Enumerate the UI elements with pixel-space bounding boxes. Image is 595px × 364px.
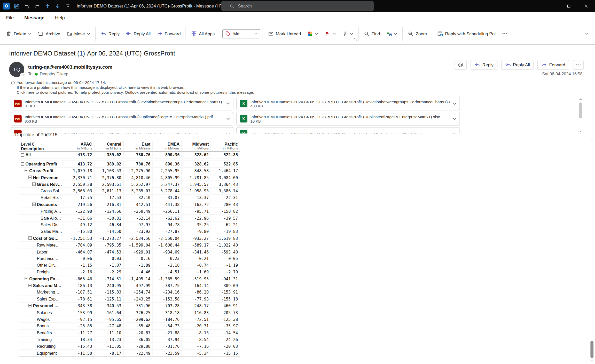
value-cell: 2,275.90	[123, 168, 152, 174]
dialog-launcher-button[interactable]	[354, 36, 357, 42]
row-label-cell: Recruiting	[19, 343, 65, 350]
forward-button[interactable]: Forward	[537, 60, 569, 70]
find-button[interactable]: Find	[361, 28, 383, 40]
search-input[interactable]	[238, 4, 352, 9]
undo-button[interactable]	[24, 3, 30, 9]
me-filter-combobox[interactable]: Me	[222, 29, 260, 38]
scroll-up-icon[interactable]	[579, 98, 582, 101]
archive-button[interactable]: Archive	[35, 28, 63, 40]
value-cell: -23.59	[152, 350, 182, 356]
value-cell: -22.96	[182, 215, 211, 221]
menu-file[interactable]: File	[6, 15, 14, 21]
value-cell: -23.92	[123, 228, 152, 235]
collapse-icon[interactable]	[25, 169, 28, 172]
table-row: Pricing A…-122.98-124.66-258.49-256.11-9…	[19, 208, 240, 215]
attachment-card[interactable]: XInforiverDEMODataset1-2024-04-06_11-27-…	[236, 127, 460, 133]
collapse-icon[interactable]	[28, 304, 32, 307]
sender-email[interactable]: turing-qa@em4003.mobilitysys.com	[28, 64, 112, 70]
trash-icon	[6, 31, 12, 37]
collapse-icon[interactable]	[25, 277, 28, 280]
value-cell: -460.91	[211, 303, 240, 309]
move-up-button[interactable]	[44, 3, 51, 9]
search-box[interactable]	[221, 1, 374, 11]
scheduling-poll-icon	[437, 31, 443, 37]
attachment-card[interactable]: PDFInforiverDEMODataset1-2024-04-06_11-2…	[11, 97, 233, 110]
more-actions-button[interactable]	[573, 60, 584, 70]
value-cell: -94.78	[152, 221, 182, 228]
chevron-down-icon	[28, 33, 32, 35]
collapse-icon[interactable]	[28, 236, 32, 240]
redo-button[interactable]	[34, 3, 41, 9]
info-download-pictures[interactable]: Click here to download pictures. To help…	[11, 90, 254, 95]
row-label-cell: Cost of Go…	[19, 235, 65, 241]
mark-unread-button[interactable]: Mark Unread	[265, 28, 304, 40]
attachment-card[interactable]: PDFInforiverDEMODataset1-2024-04-06_11-2…	[11, 112, 233, 125]
chevron-down-icon[interactable]	[453, 102, 457, 105]
scroll-up-icon[interactable]	[590, 137, 593, 140]
chevron-down-icon[interactable]	[453, 118, 457, 120]
me-label: Me	[233, 31, 239, 36]
reply-all-button[interactable]: Reply All	[123, 28, 153, 40]
close-button[interactable]	[577, 0, 595, 12]
chevron-down-icon[interactable]	[226, 118, 230, 120]
save-button[interactable]	[13, 3, 20, 9]
scrollbar-thumb[interactable]	[579, 102, 582, 118]
value-cell: 1,464.17	[211, 168, 240, 174]
value-cell: -11.10	[94, 329, 123, 336]
value-cell: -795.35	[94, 242, 123, 248]
translate-button[interactable]	[383, 28, 400, 40]
scroll-down-icon[interactable]	[579, 130, 582, 133]
main-scrollbar[interactable]	[589, 135, 595, 364]
reply-button[interactable]: Reply	[98, 28, 122, 40]
collapse-icon[interactable]	[21, 162, 24, 165]
collapse-icon[interactable]	[32, 203, 36, 206]
zoom-button[interactable]: Zoom	[405, 28, 430, 40]
info-view-in-browser[interactable]: If there are problems with how this mess…	[11, 85, 254, 90]
value-cell: -78.61	[65, 296, 94, 302]
undo-icon	[24, 3, 30, 9]
customize-toolbar-button[interactable]	[65, 3, 71, 9]
collapse-icon[interactable]	[28, 284, 32, 287]
recipient-name[interactable]: Deepthy Dileep	[40, 72, 68, 76]
minimize-button[interactable]	[543, 0, 560, 12]
categorize-button[interactable]	[304, 28, 321, 40]
chevron-down-icon	[315, 33, 318, 35]
chevron-down-icon[interactable]	[226, 102, 230, 105]
reply-all-label: Reply All	[513, 62, 530, 67]
collapse-icon[interactable]	[32, 183, 36, 186]
reactions-button[interactable]	[455, 60, 467, 70]
menu-message[interactable]: Message	[24, 15, 44, 21]
value-cell: -243.25	[123, 296, 152, 302]
delete-button[interactable]: Delete	[3, 28, 34, 40]
all-apps-button[interactable]: All Apps	[188, 28, 217, 40]
forward-button[interactable]: Forward	[154, 28, 183, 40]
reply-button[interactable]: Reply	[471, 60, 497, 70]
scrollbar-thumb[interactable]	[590, 341, 593, 358]
move-button[interactable]: Move	[64, 28, 93, 40]
collapse-ribbon-button[interactable]	[581, 29, 592, 39]
attachments-scrollbar[interactable]	[578, 98, 583, 133]
more-commands-button[interactable]	[500, 28, 510, 40]
table-row: Gross Sal…2,568.032,611.135,285.075,278.…	[19, 188, 240, 194]
row-label: Pricing A…	[41, 209, 61, 213]
maximize-icon	[567, 4, 571, 9]
scheduling-poll-button[interactable]: Reply with Scheduling Poll	[434, 28, 499, 40]
row-label-cell: Discounts	[19, 201, 65, 208]
value-cell: -1.19	[211, 262, 240, 268]
value-cell: -2.29	[94, 269, 123, 275]
archive-label: Archive	[46, 31, 60, 36]
value-cell: -21.88	[152, 329, 182, 336]
value-cell: -17.75	[65, 194, 94, 201]
attachment-card[interactable]: XInforiverDEMODataset1-2024-04-06_11-27-…	[236, 112, 460, 125]
flag-button[interactable]	[322, 28, 339, 40]
menu-help[interactable]: Help	[55, 15, 65, 21]
collapse-icon[interactable]	[21, 153, 24, 156]
row-label-cell: All	[19, 152, 65, 158]
reply-all-button[interactable]: Reply All	[501, 60, 534, 70]
attachment-card[interactable]: XInforiverDEMODataset1-2024-04-06_11-27-…	[236, 97, 460, 110]
row-label: Gross Profit	[29, 168, 53, 173]
collapse-icon[interactable]	[28, 176, 32, 179]
maximize-button[interactable]	[560, 0, 578, 12]
scroll-down-icon[interactable]	[590, 360, 593, 363]
move-down-button[interactable]	[54, 3, 61, 9]
